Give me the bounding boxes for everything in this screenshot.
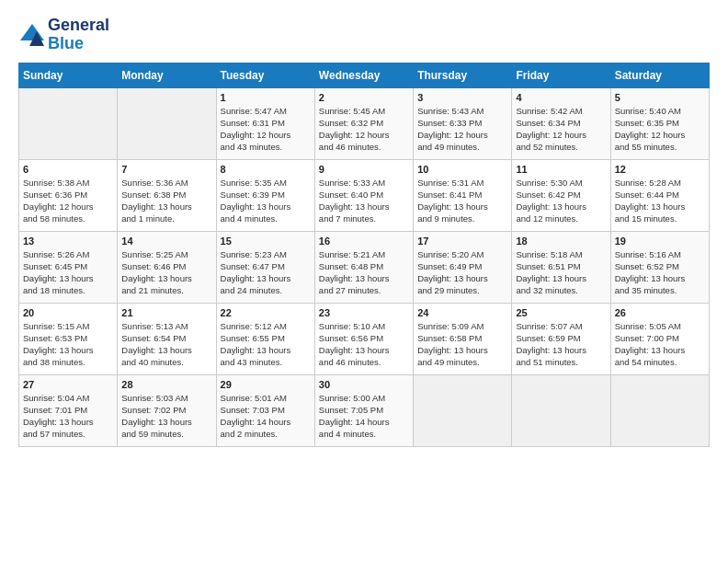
- day-info: Sunrise: 5:42 AM Sunset: 6:34 PM Dayligh…: [516, 105, 606, 154]
- day-number: 11: [516, 164, 606, 175]
- page: General Blue SundayMondayTuesdayWednesda…: [0, 0, 728, 563]
- weekday-header-sunday: Sunday: [19, 63, 118, 87]
- calendar-cell: 12Sunrise: 5:28 AM Sunset: 6:44 PM Dayli…: [610, 159, 709, 231]
- day-info: Sunrise: 5:03 AM Sunset: 7:02 PM Dayligh…: [121, 392, 211, 441]
- calendar-cell: 9Sunrise: 5:33 AM Sunset: 6:40 PM Daylig…: [314, 159, 413, 231]
- calendar-cell: 20Sunrise: 5:15 AM Sunset: 6:53 PM Dayli…: [19, 303, 118, 374]
- day-info: Sunrise: 5:16 AM Sunset: 6:52 PM Dayligh…: [615, 248, 705, 297]
- day-number: 9: [319, 164, 409, 175]
- calendar-cell: 23Sunrise: 5:10 AM Sunset: 6:56 PM Dayli…: [314, 303, 413, 374]
- calendar-cell: 16Sunrise: 5:21 AM Sunset: 6:48 PM Dayli…: [314, 231, 413, 303]
- day-number: 15: [221, 236, 311, 247]
- logo-icon: [18, 22, 46, 48]
- day-info: Sunrise: 5:10 AM Sunset: 6:56 PM Dayligh…: [319, 320, 409, 369]
- day-info: Sunrise: 5:12 AM Sunset: 6:55 PM Dayligh…: [221, 320, 311, 369]
- calendar-cell: 4Sunrise: 5:42 AM Sunset: 6:34 PM Daylig…: [512, 87, 610, 159]
- calendar-cell: 15Sunrise: 5:23 AM Sunset: 6:47 PM Dayli…: [216, 231, 314, 303]
- day-number: 1: [221, 92, 311, 103]
- day-info: Sunrise: 5:36 AM Sunset: 6:38 PM Dayligh…: [121, 177, 211, 225]
- calendar-cell: [19, 87, 118, 159]
- week-row-2: 13Sunrise: 5:26 AM Sunset: 6:45 PM Dayli…: [19, 231, 710, 303]
- day-info: Sunrise: 5:40 AM Sunset: 6:35 PM Dayligh…: [615, 105, 705, 154]
- calendar-cell: 11Sunrise: 5:30 AM Sunset: 6:42 PM Dayli…: [512, 159, 610, 231]
- calendar-cell: 27Sunrise: 5:04 AM Sunset: 7:01 PM Dayli…: [19, 374, 118, 446]
- day-info: Sunrise: 5:23 AM Sunset: 6:47 PM Dayligh…: [221, 248, 311, 297]
- day-number: 19: [615, 236, 705, 247]
- weekday-header-thursday: Thursday: [414, 63, 512, 87]
- day-info: Sunrise: 5:47 AM Sunset: 6:31 PM Dayligh…: [221, 105, 311, 154]
- week-row-3: 20Sunrise: 5:15 AM Sunset: 6:53 PM Dayli…: [19, 303, 710, 374]
- day-number: 12: [615, 164, 705, 175]
- week-row-0: 1Sunrise: 5:47 AM Sunset: 6:31 PM Daylig…: [19, 87, 710, 159]
- day-info: Sunrise: 5:45 AM Sunset: 6:32 PM Dayligh…: [319, 105, 409, 154]
- calendar-cell: [610, 374, 709, 446]
- day-info: Sunrise: 5:26 AM Sunset: 6:45 PM Dayligh…: [23, 248, 113, 297]
- calendar-cell: [512, 374, 610, 446]
- calendar-cell: 8Sunrise: 5:35 AM Sunset: 6:39 PM Daylig…: [216, 159, 314, 231]
- weekday-header-tuesday: Tuesday: [216, 63, 314, 87]
- week-row-4: 27Sunrise: 5:04 AM Sunset: 7:01 PM Dayli…: [19, 374, 710, 446]
- logo: General Blue: [18, 17, 109, 53]
- day-info: Sunrise: 5:35 AM Sunset: 6:39 PM Dayligh…: [221, 177, 311, 225]
- day-info: Sunrise: 5:05 AM Sunset: 7:00 PM Dayligh…: [615, 320, 705, 369]
- day-info: Sunrise: 5:07 AM Sunset: 6:59 PM Dayligh…: [516, 320, 606, 369]
- weekday-header-saturday: Saturday: [610, 63, 709, 87]
- day-info: Sunrise: 5:21 AM Sunset: 6:48 PM Dayligh…: [319, 248, 409, 297]
- logo-text: General Blue: [48, 17, 109, 53]
- calendar-cell: 2Sunrise: 5:45 AM Sunset: 6:32 PM Daylig…: [314, 87, 413, 159]
- day-number: 3: [417, 92, 507, 103]
- day-number: 7: [121, 164, 211, 175]
- calendar-cell: 30Sunrise: 5:00 AM Sunset: 7:05 PM Dayli…: [314, 374, 413, 446]
- day-info: Sunrise: 5:18 AM Sunset: 6:51 PM Dayligh…: [516, 248, 606, 297]
- day-number: 4: [516, 92, 606, 103]
- day-info: Sunrise: 5:01 AM Sunset: 7:03 PM Dayligh…: [221, 392, 311, 441]
- weekday-header-wednesday: Wednesday: [314, 63, 413, 87]
- calendar-cell: 29Sunrise: 5:01 AM Sunset: 7:03 PM Dayli…: [216, 374, 314, 446]
- day-number: 16: [319, 236, 409, 247]
- day-info: Sunrise: 5:15 AM Sunset: 6:53 PM Dayligh…: [23, 320, 113, 369]
- calendar-cell: 3Sunrise: 5:43 AM Sunset: 6:33 PM Daylig…: [414, 87, 512, 159]
- day-number: 13: [23, 236, 113, 247]
- svg-marker-0: [20, 24, 44, 40]
- calendar-cell: 28Sunrise: 5:03 AM Sunset: 7:02 PM Dayli…: [118, 374, 216, 446]
- header: General Blue: [18, 17, 710, 53]
- calendar-cell: 6Sunrise: 5:38 AM Sunset: 6:36 PM Daylig…: [19, 159, 118, 231]
- day-info: Sunrise: 5:31 AM Sunset: 6:41 PM Dayligh…: [417, 177, 507, 225]
- weekday-header-friday: Friday: [512, 63, 610, 87]
- calendar-table: SundayMondayTuesdayWednesdayThursdayFrid…: [18, 63, 710, 447]
- calendar-cell: 26Sunrise: 5:05 AM Sunset: 7:00 PM Dayli…: [610, 303, 709, 374]
- calendar-cell: 7Sunrise: 5:36 AM Sunset: 6:38 PM Daylig…: [118, 159, 216, 231]
- calendar-cell: 17Sunrise: 5:20 AM Sunset: 6:49 PM Dayli…: [414, 231, 512, 303]
- calendar-cell: [414, 374, 512, 446]
- week-row-1: 6Sunrise: 5:38 AM Sunset: 6:36 PM Daylig…: [19, 159, 710, 231]
- weekday-header-monday: Monday: [118, 63, 216, 87]
- day-number: 23: [319, 307, 409, 318]
- calendar-cell: 14Sunrise: 5:25 AM Sunset: 6:46 PM Dayli…: [118, 231, 216, 303]
- day-info: Sunrise: 5:25 AM Sunset: 6:46 PM Dayligh…: [121, 248, 211, 297]
- day-info: Sunrise: 5:13 AM Sunset: 6:54 PM Dayligh…: [121, 320, 211, 369]
- day-number: 29: [221, 379, 311, 390]
- day-info: Sunrise: 5:38 AM Sunset: 6:36 PM Dayligh…: [23, 177, 113, 225]
- day-number: 2: [319, 92, 409, 103]
- calendar-cell: [118, 87, 216, 159]
- day-info: Sunrise: 5:30 AM Sunset: 6:42 PM Dayligh…: [516, 177, 606, 225]
- calendar-cell: 18Sunrise: 5:18 AM Sunset: 6:51 PM Dayli…: [512, 231, 610, 303]
- day-info: Sunrise: 5:20 AM Sunset: 6:49 PM Dayligh…: [417, 248, 507, 297]
- calendar-cell: 1Sunrise: 5:47 AM Sunset: 6:31 PM Daylig…: [216, 87, 314, 159]
- day-info: Sunrise: 5:09 AM Sunset: 6:58 PM Dayligh…: [417, 320, 507, 369]
- calendar-cell: 21Sunrise: 5:13 AM Sunset: 6:54 PM Dayli…: [118, 303, 216, 374]
- day-number: 27: [23, 379, 113, 390]
- day-number: 25: [516, 307, 606, 318]
- calendar-cell: 10Sunrise: 5:31 AM Sunset: 6:41 PM Dayli…: [414, 159, 512, 231]
- day-info: Sunrise: 5:04 AM Sunset: 7:01 PM Dayligh…: [23, 392, 113, 441]
- day-number: 6: [23, 164, 113, 175]
- day-info: Sunrise: 5:28 AM Sunset: 6:44 PM Dayligh…: [615, 177, 705, 225]
- day-number: 17: [417, 236, 507, 247]
- day-number: 14: [121, 236, 211, 247]
- day-info: Sunrise: 5:00 AM Sunset: 7:05 PM Dayligh…: [319, 392, 409, 441]
- day-number: 28: [121, 379, 211, 390]
- day-number: 8: [221, 164, 311, 175]
- day-number: 20: [23, 307, 113, 318]
- day-number: 10: [417, 164, 507, 175]
- weekday-header-row: SundayMondayTuesdayWednesdayThursdayFrid…: [19, 63, 710, 87]
